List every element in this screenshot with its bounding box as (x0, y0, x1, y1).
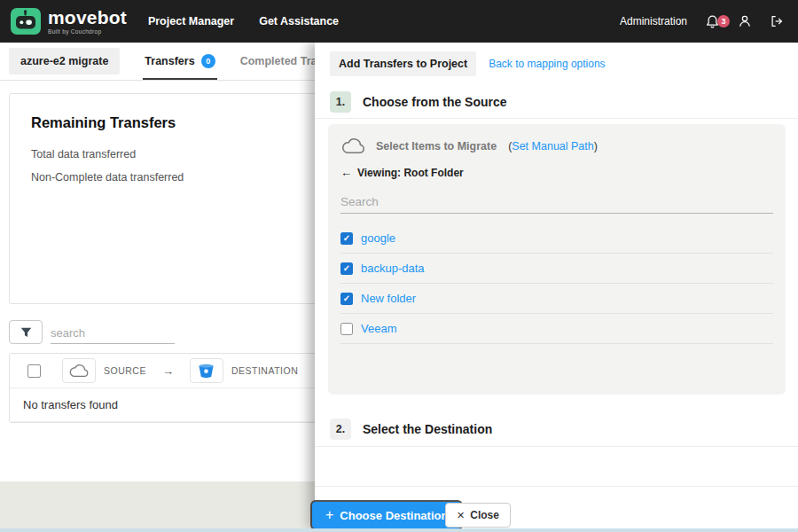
close-panel-button[interactable]: ✕ Close (445, 503, 511, 528)
funnel-icon (20, 327, 32, 338)
project-name-chip: azure-e2 migrate (9, 48, 120, 74)
brand-subtitle: Built by Couchdrop (48, 28, 127, 35)
add-transfers-panel: Add Transfers to Project Back to mapping… (315, 43, 798, 528)
select-items-heading: Select Items to Migrate (376, 140, 497, 153)
choose-destination-label: Choose Destination (340, 509, 448, 522)
destination-icon-box (190, 358, 223, 383)
item-checkbox[interactable] (340, 323, 353, 335)
flow-arrow-icon: → (162, 364, 174, 378)
logout-icon (770, 14, 784, 28)
step1-title: Choose from the Source (363, 95, 507, 109)
source-item-row[interactable]: ✓google (340, 223, 773, 254)
source-item-row[interactable]: ✓backup-data (340, 254, 773, 284)
close-label: Close (470, 509, 499, 521)
nav-link-project-manager[interactable]: Project Manager (148, 15, 234, 27)
item-label[interactable]: New folder (361, 292, 416, 305)
step2-title: Select the Destination (363, 422, 492, 436)
cloud-icon (340, 137, 366, 154)
source-icon-box (62, 358, 96, 383)
transfers-search-input[interactable] (51, 322, 175, 344)
source-items-list: ✓google✓backup-data✓New folderVeeam (340, 223, 773, 344)
set-manual-path-link[interactable]: Set Manual Path (512, 140, 593, 153)
logout-button[interactable] (770, 14, 784, 28)
nav-links: Project Manager Get Assistance (148, 15, 339, 27)
paren-close: ) (594, 140, 598, 153)
divider (315, 446, 798, 447)
item-label[interactable]: google (361, 231, 395, 245)
item-checkbox[interactable]: ✓ (340, 262, 353, 275)
movebot-logo-icon (11, 8, 41, 35)
item-checkbox[interactable]: ✓ (340, 232, 353, 245)
navbar: movebot Built by Couchdrop Project Manag… (0, 0, 798, 43)
filter-button[interactable] (9, 320, 43, 344)
brand[interactable]: movebot Built by Couchdrop (11, 8, 127, 35)
divider (315, 118, 798, 119)
person-icon (738, 14, 752, 28)
source-item-row[interactable]: ✓New folder (340, 284, 773, 314)
choose-destination-button[interactable]: + Choose Destination (312, 502, 461, 528)
item-checkbox[interactable]: ✓ (340, 293, 353, 305)
panel-title: Add Transfers to Project (330, 51, 476, 76)
source-selection-box: Select Items to Migrate (Set Manual Path… (328, 124, 786, 395)
back-arrow-icon[interactable]: ← (340, 166, 352, 179)
notification-count-badge: 3 (717, 15, 730, 27)
viewing-label: Viewing: Root Folder (357, 167, 464, 179)
notifications-button[interactable]: 3 (705, 14, 720, 29)
source-column-header: SOURCE (104, 365, 146, 376)
divider (315, 486, 798, 487)
source-item-row[interactable]: Veeam (340, 314, 773, 344)
plus-icon: + (325, 508, 333, 522)
tab-transfers[interactable]: Transfers 0 (145, 43, 215, 80)
brand-name: movebot (48, 8, 127, 27)
bucket-icon (198, 364, 215, 379)
window-bottom-edge (0, 528, 798, 532)
tab-transfers-label: Transfers (145, 55, 194, 67)
item-label[interactable]: Veeam (361, 322, 396, 335)
user-profile-button[interactable] (738, 14, 752, 28)
transfers-badge: 0 (201, 54, 215, 68)
close-icon: ✕ (457, 510, 465, 521)
select-all-checkbox[interactable] (27, 364, 41, 378)
nav-link-get-assistance[interactable]: Get Assistance (259, 15, 339, 27)
filter-bar (9, 320, 175, 344)
viewing-breadcrumb[interactable]: ← Viewing: Root Folder (340, 166, 773, 179)
nav-link-administration[interactable]: Administration (620, 15, 687, 27)
step1-number: 1. (330, 91, 351, 113)
back-to-mapping-link[interactable]: Back to mapping options (489, 58, 605, 70)
step2-number: 2. (330, 419, 351, 440)
item-label[interactable]: backup-data (361, 262, 425, 275)
items-search-input[interactable] (340, 191, 773, 214)
destination-column-header: DESTINATION (231, 365, 298, 376)
cloud-icon (68, 364, 90, 378)
